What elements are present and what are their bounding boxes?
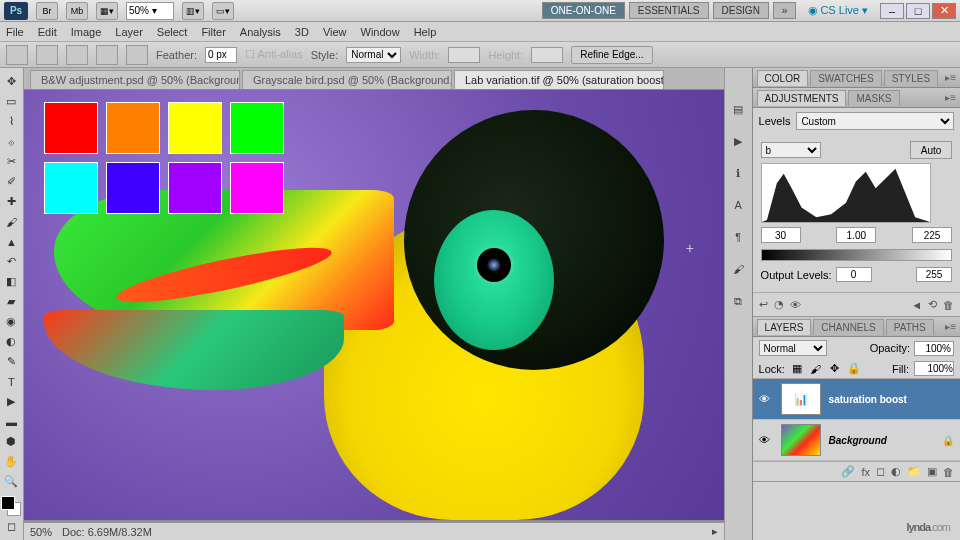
path-select-tool[interactable]: ▶ <box>0 392 22 411</box>
lock-position-icon[interactable]: ✥ <box>828 362 842 376</box>
quickmask-toggle[interactable]: ◻ <box>0 517 22 536</box>
close-button[interactable]: ✕ <box>932 3 956 19</box>
delete-layer-icon[interactable]: 🗑 <box>943 466 954 478</box>
shape-tool[interactable]: ▬ <box>0 412 22 431</box>
menu-layer[interactable]: Layer <box>115 26 143 38</box>
info-panel-icon[interactable]: ℹ <box>727 162 749 184</box>
3d-tool[interactable]: ⬢ <box>0 432 22 451</box>
healing-tool[interactable]: ✚ <box>0 192 22 211</box>
tab-paths[interactable]: PATHS <box>886 319 934 335</box>
eyedropper-tool[interactable]: ✐ <box>0 172 22 191</box>
history-panel-icon[interactable]: ▤ <box>727 98 749 120</box>
menu-window[interactable]: Window <box>361 26 400 38</box>
cs-live-menu[interactable]: ◉CS Live ▾ <box>808 4 868 17</box>
tab-adjustments[interactable]: ADJUSTMENTS <box>757 90 847 106</box>
menu-analysis[interactable]: Analysis <box>240 26 281 38</box>
input-white-point[interactable] <box>912 227 952 243</box>
feather-input[interactable] <box>205 47 237 63</box>
menu-edit[interactable]: Edit <box>38 26 57 38</box>
screen-mode-button[interactable]: ▭▾ <box>212 2 234 20</box>
refine-edge-button[interactable]: Refine Edge... <box>571 46 652 64</box>
layer-thumbnail[interactable]: 📊 <box>781 383 821 415</box>
minibridge-button[interactable]: Mb <box>66 2 88 20</box>
levels-preset-select[interactable]: Custom <box>796 112 954 130</box>
panel-menu-icon[interactable]: ▸≡ <box>945 92 956 103</box>
history-brush-tool[interactable]: ↶ <box>0 252 22 271</box>
layer-name[interactable]: Background <box>829 435 887 446</box>
document-tab-3[interactable]: Lab variation.tif @ 50% (saturation boos… <box>454 70 664 89</box>
trash-icon[interactable]: 🗑 <box>943 299 954 311</box>
status-doc-size[interactable]: Doc: 6.69M/8.32M <box>62 526 152 538</box>
canvas[interactable]: + <box>24 90 724 520</box>
tab-masks[interactable]: MASKS <box>848 90 899 106</box>
move-tool[interactable]: ✥ <box>0 72 22 91</box>
document-tab-2[interactable]: Grayscale bird.psd @ 50% (Background, Gr… <box>242 70 452 89</box>
workspace-design[interactable]: DESIGN <box>713 2 769 19</box>
menu-help[interactable]: Help <box>414 26 437 38</box>
blur-tool[interactable]: ◉ <box>0 312 22 331</box>
minimize-button[interactable]: – <box>880 3 904 19</box>
panel-menu-icon[interactable]: ▸≡ <box>945 321 956 332</box>
type-tool[interactable]: T <box>0 372 22 391</box>
workspace-one-on-one[interactable]: ONE-ON-ONE <box>542 2 625 19</box>
marquee-add-icon[interactable] <box>66 45 88 65</box>
adjustment-layer-icon[interactable]: ◐ <box>891 465 901 478</box>
group-icon[interactable]: 📁 <box>907 465 921 478</box>
antialias-checkbox[interactable]: ☐ Anti-alias <box>245 48 303 61</box>
stamp-tool[interactable]: ▲ <box>0 232 22 251</box>
eye-icon[interactable]: 👁 <box>790 299 801 311</box>
link-layers-icon[interactable]: 🔗 <box>841 465 855 478</box>
view-extras-button[interactable]: ▦▾ <box>96 2 118 20</box>
pen-tool[interactable]: ✎ <box>0 352 22 371</box>
zoom-dropdown[interactable]: 50% ▾ <box>126 2 174 20</box>
clone-panel-icon[interactable]: ⧉ <box>727 290 749 312</box>
menu-3d[interactable]: 3D <box>295 26 309 38</box>
dodge-tool[interactable]: ◐ <box>0 332 22 351</box>
opacity-input[interactable] <box>914 341 954 356</box>
brush-tool[interactable]: 🖌 <box>0 212 22 231</box>
marquee-new-icon[interactable] <box>36 45 58 65</box>
tab-layers[interactable]: LAYERS <box>757 319 812 335</box>
menu-view[interactable]: View <box>323 26 347 38</box>
visibility-icon[interactable]: 👁 <box>759 393 773 405</box>
crop-tool[interactable]: ✂ <box>0 152 22 171</box>
hand-tool[interactable]: ✋ <box>0 452 22 471</box>
canvas-viewport[interactable]: + <box>24 90 724 522</box>
tool-preset-icon[interactable] <box>6 45 28 65</box>
clip-icon[interactable]: ◔ <box>774 298 784 311</box>
style-select[interactable]: Normal <box>346 47 401 63</box>
input-black-point[interactable] <box>761 227 801 243</box>
layer-background[interactable]: 👁 Background 🔒 <box>753 420 960 461</box>
tab-color[interactable]: COLOR <box>757 70 809 86</box>
maximize-button[interactable]: □ <box>906 3 930 19</box>
menu-image[interactable]: Image <box>71 26 102 38</box>
lock-pixels-icon[interactable]: 🖌 <box>809 362 823 376</box>
layer-thumbnail[interactable] <box>781 424 821 456</box>
return-icon[interactable]: ↩ <box>759 298 768 311</box>
auto-levels-button[interactable]: Auto <box>910 141 952 159</box>
output-white-input[interactable] <box>916 267 952 282</box>
brush-panel-icon[interactable]: 🖌 <box>727 258 749 280</box>
lock-all-icon[interactable]: 🔒 <box>847 362 861 376</box>
output-black-input[interactable] <box>836 267 872 282</box>
visibility-icon[interactable]: 👁 <box>759 434 773 446</box>
blend-mode-select[interactable]: Normal <box>759 340 827 356</box>
histogram[interactable] <box>761 163 931 223</box>
menu-file[interactable]: File <box>6 26 24 38</box>
character-panel-icon[interactable]: A <box>727 194 749 216</box>
bridge-button[interactable]: Br <box>36 2 58 20</box>
zoom-tool[interactable]: 🔍 <box>0 472 22 491</box>
paragraph-panel-icon[interactable]: ¶ <box>727 226 749 248</box>
channel-select[interactable]: b <box>761 142 821 158</box>
input-midpoint[interactable] <box>836 227 876 243</box>
prev-state-icon[interactable]: ◄ <box>911 299 922 311</box>
reset-icon[interactable]: ⟲ <box>928 298 937 311</box>
arrange-docs-button[interactable]: ▥▾ <box>182 2 204 20</box>
tab-swatches[interactable]: SWATCHES <box>810 70 882 86</box>
lasso-tool[interactable]: ⌇ <box>0 112 22 131</box>
eraser-tool[interactable]: ◧ <box>0 272 22 291</box>
gradient-tool[interactable]: ▰ <box>0 292 22 311</box>
tab-styles[interactable]: STYLES <box>884 70 938 86</box>
fill-input[interactable] <box>914 361 954 376</box>
status-zoom[interactable]: 50% <box>30 526 52 538</box>
